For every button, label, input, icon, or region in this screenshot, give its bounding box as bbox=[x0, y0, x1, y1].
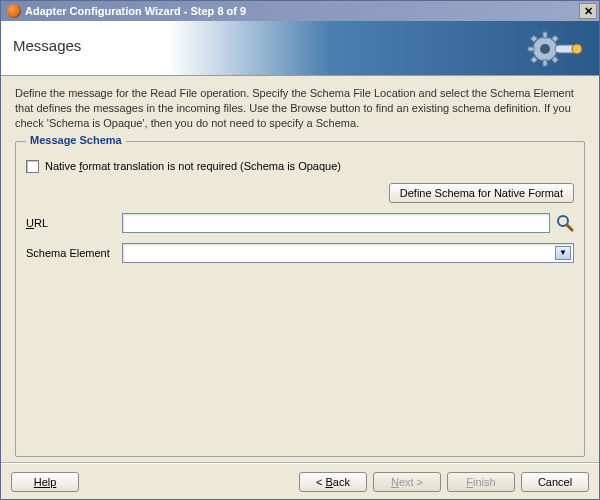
footer: Help < Back Next > Finish Cancel bbox=[1, 463, 599, 499]
cancel-button[interactable]: Cancel bbox=[521, 472, 589, 492]
url-label: URL bbox=[26, 217, 116, 229]
svg-rect-2 bbox=[543, 32, 547, 38]
close-button[interactable]: ✕ bbox=[579, 3, 597, 19]
finish-button: Finish bbox=[447, 472, 515, 492]
message-schema-group: Message Schema Native format translation… bbox=[15, 141, 585, 457]
opaque-checkbox-row[interactable]: Native format translation is not require… bbox=[26, 160, 574, 173]
window-title: Adapter Configuration Wizard - Step 8 of… bbox=[25, 5, 246, 17]
banner-gear-icon bbox=[523, 29, 583, 69]
group-legend: Message Schema bbox=[26, 134, 126, 146]
svg-point-1 bbox=[540, 44, 550, 54]
svg-line-13 bbox=[567, 225, 572, 230]
svg-point-11 bbox=[572, 44, 582, 54]
svg-rect-4 bbox=[528, 47, 534, 51]
banner: Messages bbox=[1, 21, 599, 76]
schema-element-combo[interactable]: ▼ bbox=[122, 243, 574, 263]
titlebar: Adapter Configuration Wizard - Step 8 of… bbox=[1, 1, 599, 21]
content-area: Define the message for the Read File ope… bbox=[1, 76, 599, 463]
close-icon: ✕ bbox=[584, 6, 593, 17]
url-input[interactable] bbox=[122, 213, 550, 233]
opaque-checkbox[interactable] bbox=[26, 160, 39, 173]
description-text: Define the message for the Read File ope… bbox=[15, 86, 585, 131]
svg-rect-3 bbox=[543, 60, 547, 66]
chevron-down-icon[interactable]: ▼ bbox=[555, 246, 571, 260]
app-icon bbox=[7, 4, 21, 18]
define-schema-button[interactable]: Define Schema for Native Format bbox=[389, 183, 574, 203]
next-button: Next > bbox=[373, 472, 441, 492]
schema-element-label: Schema Element bbox=[26, 247, 116, 259]
back-button[interactable]: < Back bbox=[299, 472, 367, 492]
wizard-window: Adapter Configuration Wizard - Step 8 of… bbox=[0, 0, 600, 500]
page-title: Messages bbox=[13, 37, 81, 54]
opaque-checkbox-label: Native format translation is not require… bbox=[45, 160, 341, 172]
help-button[interactable]: Help bbox=[11, 472, 79, 492]
browse-icon[interactable] bbox=[556, 214, 574, 232]
